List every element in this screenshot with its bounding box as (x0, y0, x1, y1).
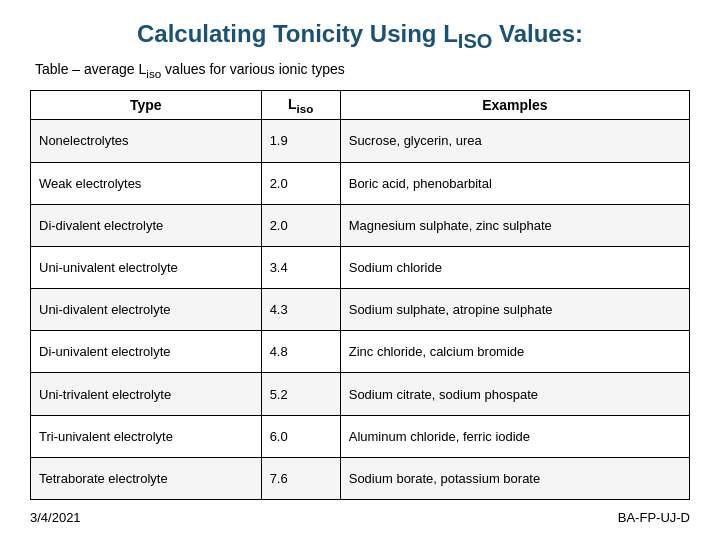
cell-examples: Zinc chloride, calcium bromide (340, 331, 689, 373)
cell-examples: Sucrose, glycerin, urea (340, 120, 689, 162)
cell-examples: Sodium sulphate, atropine sulphate (340, 289, 689, 331)
cell-examples: Aluminum chloride, ferric iodide (340, 415, 689, 457)
cell-liso: 6.0 (261, 415, 340, 457)
table-row: Di-univalent electrolyte4.8Zinc chloride… (31, 331, 690, 373)
subtitle-text: Table – average L (35, 61, 146, 77)
table-row: Nonelectrolytes1.9Sucrose, glycerin, ure… (31, 120, 690, 162)
cell-liso: 5.2 (261, 373, 340, 415)
subtitle: Table – average Liso values for various … (35, 61, 690, 80)
cell-liso: 2.0 (261, 162, 340, 204)
table-row: Di-divalent electrolyte2.0Magnesium sulp… (31, 204, 690, 246)
cell-liso: 4.8 (261, 331, 340, 373)
cell-liso: 2.0 (261, 204, 340, 246)
subtitle-rest: values for various ionic types (161, 61, 345, 77)
footer: 3/4/2021 BA-FP-UJ-D (30, 510, 690, 525)
footer-code: BA-FP-UJ-D (618, 510, 690, 525)
cell-examples: Magnesium sulphate, zinc sulphate (340, 204, 689, 246)
cell-examples: Boric acid, phenobarbital (340, 162, 689, 204)
cell-liso: 4.3 (261, 289, 340, 331)
cell-type: Di-univalent electrolyte (31, 331, 262, 373)
title-sub-iso: ISO (458, 30, 492, 52)
col-header-examples: Examples (340, 90, 689, 120)
cell-type: Uni-univalent electrolyte (31, 246, 262, 288)
table-row: Uni-trivalent electrolyte5.2Sodium citra… (31, 373, 690, 415)
cell-examples: Sodium borate, potassium borate (340, 457, 689, 499)
table-row: Tri-univalent electrolyte6.0Aluminum chl… (31, 415, 690, 457)
cell-type: Tri-univalent electrolyte (31, 415, 262, 457)
col-header-type: Type (31, 90, 262, 120)
cell-examples: Sodium citrate, sodium phospate (340, 373, 689, 415)
cell-type: Uni-trivalent electrolyte (31, 373, 262, 415)
cell-type: Tetraborate electrolyte (31, 457, 262, 499)
table-row: Uni-univalent electrolyte3.4Sodium chlor… (31, 246, 690, 288)
cell-liso: 3.4 (261, 246, 340, 288)
title-after: Values: (492, 20, 583, 47)
title-liso: ISO (458, 20, 492, 47)
cell-liso: 7.6 (261, 457, 340, 499)
cell-type: Di-divalent electrolyte (31, 204, 262, 246)
table-row: Tetraborate electrolyte7.6Sodium borate,… (31, 457, 690, 499)
table-row: Weak electrolytes2.0Boric acid, phenobar… (31, 162, 690, 204)
cell-liso: 1.9 (261, 120, 340, 162)
subtitle-iso: iso (146, 67, 161, 80)
page-title: Calculating Tonicity Using LISO Values: (30, 20, 690, 53)
cell-type: Nonelectrolytes (31, 120, 262, 162)
col-header-liso: Liso (261, 90, 340, 120)
cell-type: Weak electrolytes (31, 162, 262, 204)
data-table: Type Liso Examples Nonelectrolytes1.9Suc… (30, 90, 690, 500)
footer-date: 3/4/2021 (30, 510, 81, 525)
table-row: Uni-divalent electrolyte4.3Sodium sulpha… (31, 289, 690, 331)
cell-type: Uni-divalent electrolyte (31, 289, 262, 331)
cell-examples: Sodium chloride (340, 246, 689, 288)
title-main: Calculating Tonicity Using L (137, 20, 458, 47)
